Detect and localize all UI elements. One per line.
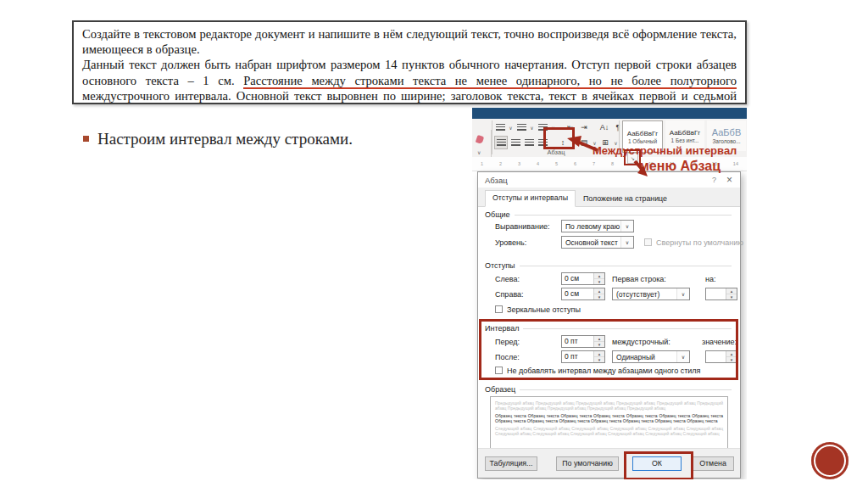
tab-indents-spacing[interactable]: Отступы и интервалы <box>485 190 576 207</box>
spin-up-icon[interactable]: ▴ <box>726 288 737 294</box>
section-preview-label: Образец <box>485 385 515 394</box>
tabs-button[interactable]: Табуляция... <box>485 456 537 471</box>
align-left-button[interactable] <box>494 136 508 149</box>
align-right-icon <box>525 139 534 147</box>
align-right-button[interactable] <box>523 137 535 148</box>
section-general: Общие <box>485 210 732 219</box>
section-general-label: Общие <box>485 210 510 219</box>
collapsed-checkbox[interactable] <box>644 238 652 246</box>
first-line-label: Первая строка: <box>612 275 666 283</box>
paragraph-dialog: Абзац ? × Отступы и интервалы Положение … <box>477 171 741 479</box>
task-text-1: Создайте в текстовом редакторе документ … <box>82 27 737 56</box>
indent-left-value: 0 см <box>562 273 593 284</box>
chevron-down-icon: ∨ <box>620 221 633 232</box>
spin-down-icon[interactable]: ▾ <box>594 279 604 284</box>
ruler-number: 1 <box>481 161 483 166</box>
slide-logo-circle <box>811 442 849 479</box>
cancel-button[interactable]: Отмена <box>692 456 734 471</box>
task-paragraph-2: Данный текст должен быть набран шрифтом … <box>82 57 737 104</box>
alignment-label: Выравнивание: <box>495 222 549 231</box>
section-indent-label: Отступы <box>485 261 515 270</box>
launcher-highlight-box <box>624 149 641 165</box>
outline-level-value: Основной текст <box>565 238 618 247</box>
close-icon[interactable]: × <box>726 174 732 186</box>
spin-down-icon[interactable]: ▾ <box>594 294 604 299</box>
chevron-down-icon[interactable]: ∨ <box>477 149 481 155</box>
preview-next-paragraph: Следующий абзац Следующий абзац Следующи… <box>495 426 723 436</box>
word-screenshot: ∨ ↘ ∨ ∨ ∨ ⇤ ⇥ А↓ ¶ ↕ ∨ ▤ ∨ ⊞ <box>472 108 747 479</box>
indent-right-spinner[interactable]: 0 см▴▾ <box>561 288 605 300</box>
section-indent: Отступы <box>485 261 732 270</box>
preview-sample-box: Предыдущий абзац Предыдущий абзац Предыд… <box>490 396 728 454</box>
numbered-list-icon <box>517 124 526 132</box>
shading-button[interactable]: ▤ <box>578 137 590 148</box>
indent-left-spinner[interactable]: 0 см▴▾ <box>561 272 605 285</box>
chevron-down-icon: ∨ <box>676 288 689 299</box>
by-label: на: <box>705 275 715 283</box>
annotation-paragraph-menu: меню Абзац <box>639 159 721 174</box>
spin-up-icon[interactable]: ▴ <box>594 288 604 294</box>
help-icon[interactable]: ? <box>712 176 716 184</box>
style-label: Заголово... <box>712 138 740 144</box>
ruler-number: 7 <box>593 161 595 166</box>
preview-current-paragraph: Образец текста Образец текста Образец те… <box>495 413 723 423</box>
dialog-title: Абзац <box>485 176 508 185</box>
task-paragraph-1: Создайте в текстовом редакторе документ … <box>82 26 737 57</box>
by-value <box>706 288 726 299</box>
bullet-item: Настроим интервал между строками. <box>83 130 353 148</box>
outline-level-combo[interactable]: Основной текст∨ <box>561 236 634 249</box>
bullet-square-icon <box>83 136 89 142</box>
bullet-list-icon <box>496 124 505 132</box>
chevron-down-icon[interactable]: ∨ <box>508 125 514 131</box>
word-ribbon-tab-bar <box>472 108 747 119</box>
alignment-combo[interactable]: По левому краю∨ <box>561 220 634 232</box>
ruler-number: 2 <box>499 161 502 166</box>
spin-up-icon[interactable]: ▴ <box>594 273 604 279</box>
style-preview: АаБбВвГг <box>627 130 659 137</box>
dialog-tab-strip: Отступы и интервалы Положение на страниц… <box>478 188 740 207</box>
increase-indent-button[interactable]: ⇥ <box>578 121 590 133</box>
line-spacing-highlight-box <box>543 127 575 149</box>
first-line-value: (отсутствует) <box>616 290 659 299</box>
align-left-icon <box>497 139 506 147</box>
set-default-button[interactable]: По умолчанию <box>556 456 619 471</box>
alignment-value: По левому краю <box>565 222 620 231</box>
indent-right-label: Справа: <box>495 290 524 299</box>
by-spinner[interactable]: ▴▾ <box>705 288 737 300</box>
ruler-number: 14 <box>733 161 738 166</box>
style-label: 1 Обычный <box>628 138 657 144</box>
group-separator <box>492 120 492 154</box>
style-preview: АаБбВ <box>712 127 741 137</box>
outline-level-label: Уровень: <box>495 238 526 247</box>
style-preview: АаБбВвГг <box>670 129 701 137</box>
format-painter-icon[interactable] <box>476 135 484 144</box>
ruler-number: 5 <box>555 161 558 166</box>
ruler-number: 3 <box>518 161 520 166</box>
bullet-list-button[interactable] <box>494 121 506 133</box>
bullet-text: Настроим интервал между строками. <box>97 130 353 148</box>
align-center-button[interactable] <box>509 137 521 148</box>
sort-button[interactable]: А↓ <box>598 121 610 133</box>
chevron-down-icon: ∨ <box>620 237 633 248</box>
mirror-indents-label: Зеркальные отступы <box>507 305 581 314</box>
mirror-indents-checkbox[interactable] <box>495 305 503 313</box>
numbered-list-button[interactable] <box>515 121 527 133</box>
section-preview: Образец <box>485 385 732 394</box>
first-line-combo[interactable]: (отсутствует)∨ <box>612 288 690 300</box>
dialog-footer: Табуляция... По умолчанию ОК Отмена <box>478 448 740 478</box>
annotation-line-spacing: Междустрочный интервал <box>593 144 737 157</box>
style-label: 1 Без инт... <box>671 137 699 143</box>
ruler-number: 4 <box>537 161 539 166</box>
spin-down-icon[interactable]: ▾ <box>726 294 737 299</box>
spacing-section-highlight-box <box>479 319 738 380</box>
chevron-down-icon[interactable]: ∨ <box>529 125 535 131</box>
collapsed-checkbox-label: Свернуты по умолчанию <box>656 238 743 247</box>
indent-left-label: Слева: <box>495 275 520 283</box>
align-center-icon <box>511 139 520 147</box>
tab-line-page-breaks[interactable]: Положение на странице <box>576 192 674 207</box>
ruler-number: 6 <box>574 161 576 166</box>
preview-prev-paragraph: Предыдущий абзац Предыдущий абзац Предыд… <box>495 400 723 411</box>
indent-right-value: 0 см <box>562 288 593 299</box>
task-text-box: Создайте в текстовом редакторе документ … <box>72 20 747 104</box>
ruler-number: 8 <box>611 161 614 166</box>
